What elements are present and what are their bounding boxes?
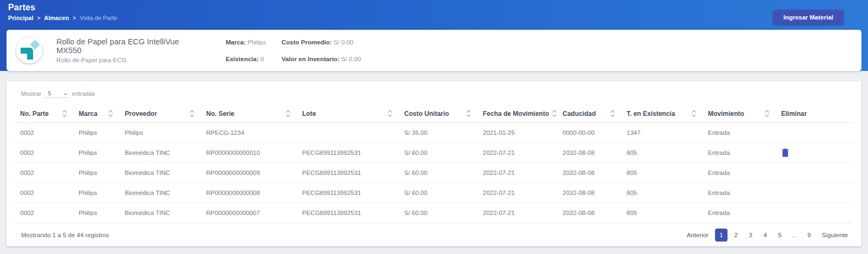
column-header-label: Lote	[302, 110, 316, 118]
breadcrumb-item: Vista de Parte	[80, 15, 117, 21]
table-cell: S/ 60.00	[399, 203, 477, 223]
column-header-no-parte[interactable]: No. Parte	[15, 106, 73, 123]
table-cell	[297, 123, 399, 143]
table-cell: RP0000000000008	[201, 183, 297, 203]
table-footer: Mostrando 1 a 5 de 44 registros Anterior…	[15, 223, 853, 247]
breadcrumb-separator-icon: >	[73, 15, 76, 21]
table-cell: PECG899113992531	[297, 183, 399, 203]
column-header-caducidad[interactable]: Caducidad	[557, 106, 621, 123]
breadcrumb: Principal>Almacen>Vista de Parte	[8, 15, 117, 21]
sort-icon[interactable]	[62, 109, 67, 118]
table-cell: Entrada	[703, 183, 776, 203]
table-cell: 0002	[15, 203, 73, 223]
table-cell: 0002	[15, 123, 73, 143]
pagination-next[interactable]: Siguiente	[818, 229, 852, 242]
table-cell: Entrada	[703, 123, 776, 143]
product-info-field: Valor en Inventario: S/ 0.00	[282, 56, 361, 62]
pagination-page-2[interactable]: 2	[730, 229, 742, 242]
product-description: Rollo de Papel para ECG	[56, 57, 192, 63]
page-title: Partes	[8, 3, 35, 12]
column-header-label: No. Parte	[20, 110, 49, 118]
table-cell-eliminar	[776, 123, 853, 143]
product-info-field: Existencia: 0	[226, 56, 282, 62]
show-label: Mostrar	[21, 90, 41, 97]
movements-table: No. ParteMarcaProveedorNo. SerieLoteCost…	[15, 106, 853, 223]
table-cell: 805	[621, 183, 703, 203]
column-header-t-en-existencia[interactable]: T. en Existencia	[621, 106, 703, 123]
ingresar-material-button[interactable]: Ingresar Material	[773, 10, 844, 25]
column-header-label: Marca	[79, 110, 98, 118]
table-cell: 1347	[621, 123, 703, 143]
table-cell: 805	[621, 163, 703, 183]
brand-logo-icon	[16, 37, 42, 63]
breadcrumb-item[interactable]: Principal	[8, 15, 33, 21]
records-info: Mostrando 1 a 5 de 44 registros	[21, 232, 109, 238]
table-cell-eliminar	[776, 203, 853, 223]
table-cell: PECG899113992531	[297, 143, 399, 163]
table-cell: 805	[621, 203, 703, 223]
column-header-movimiento[interactable]: Movimiento	[703, 106, 776, 123]
breadcrumb-item[interactable]: Almacen	[44, 15, 69, 21]
sort-icon[interactable]	[388, 109, 392, 118]
table-cell: 2032-08-08	[557, 143, 621, 163]
product-info-field: Marca: Philips	[226, 39, 282, 45]
table-cell: 2022-07-21	[477, 183, 557, 203]
column-header-marca[interactable]: Marca	[73, 106, 119, 123]
table-row: 0002PhilipsBiomédica TINCRP0000000000007…	[15, 203, 853, 223]
table-cell: Biomédica TINC	[119, 203, 201, 223]
column-header-label: Eliminar	[781, 110, 807, 118]
pagination-page-5[interactable]: 5	[774, 229, 786, 242]
sort-icon[interactable]	[610, 109, 615, 118]
sort-icon[interactable]	[692, 109, 696, 118]
column-header-label: No. Serie	[206, 110, 234, 118]
sort-icon[interactable]	[467, 109, 471, 118]
breadcrumb-separator-icon: >	[37, 15, 40, 21]
movements-table-card: Mostrar 5 ⌄ entradas No. ParteMarcaProve…	[7, 81, 861, 246]
column-header-fecha-de-movimiento[interactable]: Fecha de Movimiento	[477, 106, 557, 123]
column-header-costo-unitario[interactable]: Costo Unitario	[399, 106, 477, 123]
pagination-page-3[interactable]: 3	[744, 229, 757, 242]
column-header-proveedor[interactable]: Proveedor	[119, 106, 201, 123]
pagination-page-4[interactable]: 4	[759, 229, 771, 242]
trash-icon	[782, 148, 789, 157]
product-name: Rollo de Papel para ECG IntelliVue MX550	[56, 37, 192, 55]
pagination-previous[interactable]: Anterior	[682, 229, 713, 242]
sort-icon[interactable]	[286, 109, 290, 118]
column-header-lote[interactable]: Lote	[297, 106, 399, 123]
pagination-page-1[interactable]: 1	[715, 229, 727, 242]
table-cell: S/ 60.00	[399, 143, 477, 163]
table-cell: 0002	[15, 163, 73, 183]
pagination-page-9[interactable]: 9	[803, 229, 815, 242]
table-row: 0002PhilipsBiomédica TINCRP0000000000010…	[15, 143, 853, 163]
table-cell: RP0000000000007	[201, 203, 297, 223]
sort-icon[interactable]	[552, 109, 557, 118]
table-cell-eliminar	[776, 183, 853, 203]
table-cell: RP0000000000009	[201, 163, 297, 183]
table-cell: Entrada	[703, 163, 776, 183]
sort-icon[interactable]	[765, 109, 769, 118]
table-cell: 2022-07-21	[477, 143, 557, 163]
column-header-label: Fecha de Movimiento	[483, 110, 549, 118]
table-cell: PECG899113992531	[297, 203, 399, 223]
column-header-no-serie[interactable]: No. Serie	[201, 106, 297, 123]
sort-icon[interactable]	[108, 109, 113, 118]
product-info-grid: Marca: PhilipsCosto Promedio: S/ 0.00Exi…	[226, 34, 361, 67]
table-cell: 2022-07-21	[477, 163, 557, 183]
product-meta: Rollo de Papel para ECG IntelliVue MX550…	[56, 37, 192, 63]
page-size-value: 5	[48, 90, 51, 96]
sort-icon[interactable]	[190, 109, 194, 118]
pagination-ellipsis: ...	[788, 229, 801, 242]
table-cell: Philips	[73, 163, 119, 183]
table-cell: S/ 35.00	[399, 123, 477, 143]
table-cell: 2032-08-08	[557, 203, 621, 223]
delete-row-button[interactable]	[781, 148, 789, 158]
entries-label: entradas	[72, 90, 95, 97]
table-cell: 2021-01-25	[477, 123, 557, 143]
page-size-select[interactable]: 5 ⌄	[44, 89, 68, 98]
column-header-label: T. en Existencia	[627, 110, 675, 118]
table-cell: RPECG-1234	[201, 123, 297, 143]
table-row: 0002PhilipsBiomédica TINCRP0000000000008…	[15, 183, 853, 203]
table-cell: 2032-08-08	[557, 183, 621, 203]
column-header-eliminar[interactable]: Eliminar	[776, 106, 853, 123]
table-cell: RP0000000000010	[201, 143, 297, 163]
